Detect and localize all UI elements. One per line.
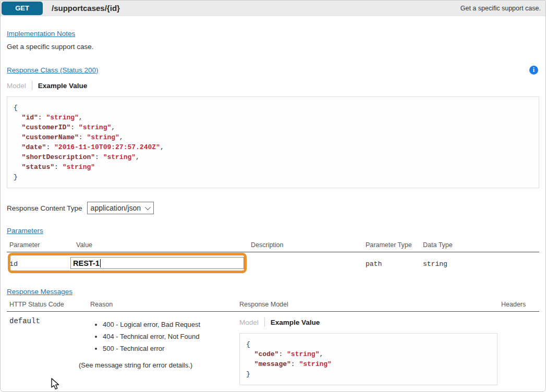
- endpoint-summary: Get a specific support case.: [460, 5, 541, 12]
- reason-note: (See message string for error details.): [79, 361, 239, 369]
- parameter-type-value: path: [366, 252, 423, 278]
- selected-content-type: application/json: [91, 204, 145, 212]
- col-http-status-code: HTTP Status Code: [7, 301, 90, 308]
- reason-list: 400 - Logical error, Bad Request404 - Te…: [90, 321, 239, 353]
- col-parameter-type: Parameter Type: [366, 241, 423, 249]
- implementation-notes-text: Get a specific support case.: [7, 43, 539, 51]
- col-description: Description: [251, 241, 366, 249]
- info-icon[interactable]: i: [529, 66, 538, 75]
- tab-example-value[interactable]: Example Value: [38, 82, 88, 90]
- mouse-cursor-icon: [50, 378, 61, 390]
- operation-panel: GET /supportcases/{id} Get a specific su…: [0, 0, 546, 392]
- reason-item: 404 - Technical error, Not Found: [103, 333, 239, 341]
- code-line: "status": "string": [14, 162, 532, 172]
- response-model-tabs: Model Example Value: [239, 317, 501, 327]
- implementation-notes-link[interactable]: Implementation Notes: [7, 30, 75, 38]
- tab-divider: [264, 317, 265, 327]
- col-reason: Reason: [90, 301, 239, 308]
- code-line: {: [14, 103, 532, 113]
- tab-divider: [32, 81, 32, 90]
- response-message-row-default: default 400 - Logical error, Bad Request…: [7, 312, 539, 385]
- reason-item: 400 - Logical error, Bad Request: [103, 321, 239, 329]
- tab-model[interactable]: Model: [239, 318, 259, 326]
- chevron-down-icon: [144, 204, 150, 210]
- code-line: }: [14, 172, 532, 182]
- col-response-model: Response Model: [239, 301, 501, 308]
- code-line: "customerName": "string",: [14, 132, 532, 142]
- code-line: "shortDescription": "string",: [14, 152, 532, 162]
- http-method-badge[interactable]: GET: [2, 2, 43, 15]
- code-line: "customerID": "string",: [14, 123, 532, 132]
- tab-model[interactable]: Model: [7, 82, 26, 90]
- endpoint-path[interactable]: /supportcases/{id}: [52, 4, 120, 13]
- code-line: "id": "string",: [14, 113, 532, 123]
- operation-header-bar[interactable]: GET /supportcases/{id} Get a specific su…: [1, 1, 545, 16]
- col-value: Value: [70, 241, 251, 249]
- parameter-row-id: id REST-1 path string: [7, 252, 539, 278]
- operation-body: Implementation Notes Get a specific supp…: [1, 29, 545, 392]
- response-class-link[interactable]: Response Class (Status 200): [7, 66, 99, 74]
- code-line: }: [246, 369, 491, 379]
- id-value-text: REST-1: [73, 259, 100, 267]
- code-line: "code": "string",: [246, 349, 491, 359]
- code-line: {: [246, 339, 491, 349]
- status-code-value: default: [7, 312, 90, 325]
- response-class-tabs: Model Example Value: [7, 80, 539, 91]
- response-example-code: { "id": "string", "customerID": "string"…: [7, 96, 539, 188]
- parameter-name: id: [7, 252, 70, 278]
- parameter-description: [251, 252, 366, 278]
- response-content-type-label: Response Content Type: [7, 204, 82, 212]
- error-example-code: { "code": "string", "message": "string"}: [239, 333, 498, 385]
- tab-example-value[interactable]: Example Value: [271, 318, 320, 326]
- response-messages-link[interactable]: Response Messages: [7, 288, 72, 296]
- col-parameter: Parameter: [7, 241, 70, 249]
- code-line: "date": "2016-11-10T09:27:57.240Z",: [14, 142, 532, 152]
- col-data-type: Data Type: [423, 241, 539, 249]
- response-messages-table-header: HTTP Status Code Reason Response Model H…: [7, 301, 539, 312]
- col-headers: Headers: [501, 301, 539, 308]
- data-type-value: string: [423, 252, 539, 278]
- parameters-table-header: Parameter Value Description Parameter Ty…: [7, 241, 539, 252]
- parameters-link[interactable]: Parameters: [7, 227, 43, 235]
- response-content-type-select[interactable]: application/json: [87, 202, 154, 214]
- code-line: "message": "string": [246, 359, 491, 369]
- id-value-input[interactable]: REST-1: [70, 257, 244, 269]
- reason-item: 500 - Technical error: [103, 345, 239, 353]
- text-caret: [100, 259, 101, 267]
